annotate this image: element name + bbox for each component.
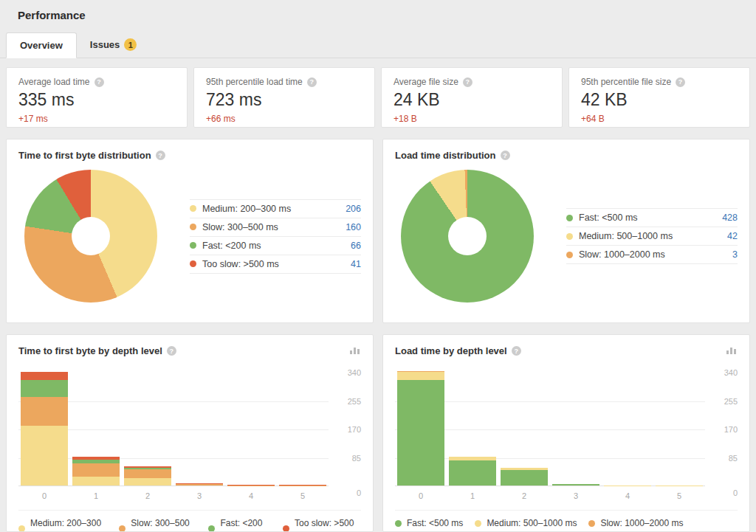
stat-card-95th-load-time: 95th percentile load time? 723 ms +66 ms — [193, 67, 375, 128]
bar-segment — [21, 397, 68, 426]
pie-legend: Medium: 200–300 ms206Slow: 300–500 ms160… — [190, 199, 361, 274]
bars — [395, 373, 705, 486]
help-icon[interactable]: ? — [463, 77, 472, 87]
stacked-bar[interactable] — [449, 457, 496, 486]
bar-chart-icon[interactable] — [725, 346, 738, 356]
bar-slot — [653, 373, 705, 486]
donut-chart[interactable] — [24, 170, 157, 303]
legend-row: Too slow: >500 ms41 — [190, 255, 361, 274]
bar-legend: Fast: <500 msMedium: 500–1000 msSlow: 10… — [395, 510, 738, 528]
bar-slot — [277, 373, 329, 486]
issues-count-badge: 1 — [124, 38, 137, 51]
stacked-bar[interactable] — [552, 484, 599, 486]
bar-segment — [21, 372, 68, 380]
card-title: Load time by depth level — [395, 345, 507, 356]
bar-slot — [18, 373, 70, 486]
y-tick-label: 0 — [733, 488, 738, 497]
x-tick-label: 5 — [653, 491, 705, 500]
card-ttfb-by-depth: Time to first byte by depth level ? 3402… — [6, 334, 374, 532]
bar-plot[interactable] — [18, 373, 329, 486]
y-tick-label: 340 — [348, 368, 361, 377]
stacked-bar[interactable] — [21, 372, 68, 486]
help-icon[interactable]: ? — [501, 151, 510, 160]
page-title: Performance — [0, 0, 756, 21]
legend-color-dot — [475, 520, 481, 527]
stat-value: 723 ms — [206, 90, 362, 110]
stat-delta: +66 ms — [206, 114, 362, 124]
bar-segment — [21, 426, 68, 486]
bar-legend: Medium: 200–300 msSlow: 300–500 msFast: … — [18, 510, 361, 532]
legend-color-dot — [566, 252, 573, 258]
bar-plot[interactable] — [395, 373, 705, 486]
legend-label: Fast: <500 ms — [579, 213, 716, 223]
stat-label: Average load time — [18, 77, 90, 87]
y-tick-label: 170 — [348, 425, 361, 434]
stat-card-average-load-time: Average load time? 335 ms +17 ms — [6, 67, 188, 128]
bar-segment — [501, 470, 548, 486]
legend-value-link[interactable]: 160 — [346, 222, 361, 232]
legend-item: Slow: 1000–2000 ms — [588, 518, 683, 528]
stacked-bar[interactable] — [227, 485, 275, 486]
legend-color-dot — [588, 520, 595, 527]
bar-slot — [395, 373, 447, 486]
stat-delta: +64 B — [581, 114, 738, 124]
x-tick-label: 5 — [277, 491, 329, 500]
stacked-bar[interactable] — [124, 466, 171, 486]
bar-charts-row: Time to first byte by depth level ? 3402… — [6, 334, 750, 532]
stacked-bar[interactable] — [501, 468, 548, 486]
help-icon[interactable]: ? — [676, 77, 685, 87]
stacked-bar[interactable] — [72, 457, 120, 486]
help-icon[interactable]: ? — [156, 151, 165, 160]
legend-item: Medium: 500–1000 ms — [475, 518, 577, 528]
legend-color-dot — [18, 525, 25, 532]
y-tick-label: 255 — [724, 397, 738, 406]
tab-overview[interactable]: Overview — [6, 32, 77, 58]
legend-value-link[interactable]: 42 — [727, 231, 738, 241]
bar-segment — [552, 484, 599, 486]
stacked-bar[interactable] — [279, 485, 326, 486]
x-tick-label: 0 — [18, 491, 70, 500]
bar-chart-icon[interactable] — [348, 346, 361, 356]
bar-segment — [124, 478, 171, 486]
legend-item: Slow: 300–500 ms — [119, 518, 196, 532]
legend-label: Fast: <500 ms — [407, 518, 463, 528]
stacked-bar[interactable] — [397, 371, 444, 486]
legend-color-dot — [566, 233, 573, 240]
legend-label: Slow: 300–500 ms — [131, 518, 196, 532]
legend-label: Medium: 200–300 ms — [202, 204, 340, 214]
y-tick-label: 85 — [729, 454, 738, 463]
legend-label: Medium: 200–300 ms — [30, 518, 107, 532]
legend-value-link[interactable]: 66 — [351, 241, 361, 251]
tab-issues-label: Issues — [90, 39, 120, 50]
help-icon[interactable]: ? — [167, 346, 176, 356]
tab-strip: Overview Issues 1 — [0, 32, 756, 58]
legend-item: Fast: <500 ms — [395, 518, 463, 528]
bar-slot — [447, 373, 498, 486]
help-icon[interactable]: ? — [307, 77, 317, 87]
stat-value: 335 ms — [18, 90, 175, 110]
legend-value-link[interactable]: 41 — [351, 259, 361, 269]
card-title: Time to first byte by depth level — [18, 345, 162, 356]
help-icon[interactable]: ? — [94, 77, 104, 87]
bar-slot — [173, 373, 225, 486]
pie-legend: Fast: <500 ms428Medium: 500–1000 ms42Slo… — [566, 208, 738, 264]
bar-segment — [72, 477, 120, 486]
stat-delta: +18 B — [394, 114, 550, 124]
help-icon[interactable]: ? — [512, 346, 521, 356]
x-tick-label: 3 — [550, 491, 602, 500]
legend-label: Too slow: >500 ms — [202, 259, 345, 269]
legend-label: Fast: <200 ms — [202, 241, 345, 251]
legend-value-link[interactable]: 3 — [732, 249, 738, 260]
legend-value-link[interactable]: 206 — [346, 204, 361, 214]
x-tick-label: 0 — [395, 491, 447, 500]
tab-issues[interactable]: Issues 1 — [77, 32, 150, 58]
legend-value-link[interactable]: 428 — [722, 213, 738, 223]
donut-chart[interactable] — [401, 170, 534, 303]
legend-label: Medium: 500–1000 ms — [487, 518, 577, 528]
stacked-bar[interactable] — [176, 483, 223, 486]
stat-label: 95th percentile file size — [581, 77, 671, 87]
bar-slot — [498, 373, 550, 486]
legend-color-dot — [283, 525, 289, 532]
y-axis-ticks: 340255170850 — [708, 373, 738, 486]
y-tick-label: 85 — [352, 454, 361, 463]
